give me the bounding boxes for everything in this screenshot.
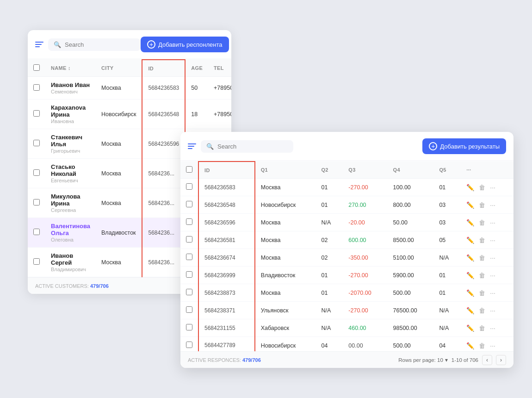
- edit-icon[interactable]: ✏️: [466, 342, 474, 349]
- results-select-all-checkbox[interactable]: [186, 166, 192, 173]
- result-actions-cell: ✏️ 🗑 ···: [461, 179, 513, 196]
- q5-cell: N/A: [433, 302, 461, 319]
- q3-cell: -2070.00: [343, 284, 387, 302]
- more-icon[interactable]: ···: [490, 342, 495, 349]
- id-column-header: ID: [142, 60, 185, 77]
- row-checkbox[interactable]: [33, 140, 40, 146]
- delete-icon[interactable]: 🗑: [479, 254, 485, 261]
- results-panel: 🔍 + Добавить результаты ID Q1 Q2 Q3 Q4 Q…: [180, 132, 513, 368]
- q1-cell: Москва: [255, 249, 316, 267]
- more-icon[interactable]: ···: [490, 289, 495, 297]
- rows-per-page[interactable]: Rows per page: 10 ▾: [398, 357, 448, 363]
- results-filter-icon[interactable]: [188, 143, 196, 149]
- row-checkbox[interactable]: [33, 199, 40, 205]
- row-checkbox[interactable]: [186, 201, 192, 207]
- row-checkbox[interactable]: [186, 342, 192, 348]
- row-checkbox[interactable]: [186, 289, 192, 295]
- row-checkbox[interactable]: [33, 110, 40, 117]
- q1-cell: Владивосток: [255, 267, 316, 284]
- customers-search-input[interactable]: [65, 41, 135, 48]
- q5-cell: 03: [433, 196, 461, 214]
- q3-cell: -350.00: [343, 249, 387, 267]
- q2-cell: 01: [315, 179, 343, 196]
- more-icon[interactable]: ···: [490, 254, 495, 261]
- q1-cell: Москва: [255, 179, 316, 196]
- select-all-checkbox[interactable]: [33, 64, 40, 71]
- city-cell: Москва: [96, 77, 142, 100]
- result-id-cell: 5684236581: [198, 231, 255, 249]
- filter-icon[interactable]: [35, 42, 43, 47]
- row-checkbox-cell: [28, 77, 45, 100]
- edit-icon[interactable]: ✏️: [466, 289, 474, 297]
- edit-icon[interactable]: ✏️: [466, 236, 474, 244]
- next-page-button[interactable]: ›: [496, 355, 506, 365]
- table-row: 5684236999 Владивосток 01 -270.00 5900.0…: [180, 267, 513, 284]
- delete-icon[interactable]: 🗑: [479, 236, 485, 244]
- q1-cell: Хабаровск: [255, 319, 316, 337]
- q2-cell: 01: [315, 267, 343, 284]
- more-icon[interactable]: ···: [490, 184, 495, 191]
- q4-col-header: Q4: [388, 162, 434, 179]
- more-icon[interactable]: ···: [490, 219, 495, 226]
- edit-icon[interactable]: ✏️: [466, 184, 474, 191]
- row-checkbox[interactable]: [186, 306, 192, 313]
- edit-icon[interactable]: ✏️: [466, 272, 474, 279]
- more-icon[interactable]: ···: [490, 272, 495, 279]
- more-icon[interactable]: ···: [490, 201, 495, 209]
- pagination-info: 1-10 of 706: [452, 357, 478, 363]
- city-cell: Москва: [96, 129, 142, 159]
- row-checkbox[interactable]: [186, 183, 192, 190]
- results-search-input[interactable]: [217, 143, 288, 150]
- edit-icon[interactable]: ✏️: [466, 219, 474, 226]
- delete-icon[interactable]: 🗑: [479, 184, 485, 191]
- q1-cell: Ульяновск: [255, 302, 316, 319]
- id-cell: 5684236...: [142, 218, 185, 248]
- edit-icon[interactable]: ✏️: [466, 201, 474, 209]
- delete-icon[interactable]: 🗑: [479, 201, 485, 209]
- more-icon[interactable]: ···: [490, 236, 495, 244]
- q3-cell: -270.00: [343, 302, 387, 319]
- age-column-header: AGE: [185, 60, 208, 77]
- name-cell: Станкевич Илья Григорьевич: [45, 129, 96, 159]
- row-checkbox[interactable]: [186, 324, 192, 330]
- row-checkbox-cell: [180, 196, 198, 214]
- add-result-button[interactable]: + Добавить результаты: [422, 138, 506, 154]
- delete-icon[interactable]: 🗑: [479, 342, 485, 349]
- edit-icon[interactable]: ✏️: [466, 254, 474, 261]
- results-id-col-header: ID: [198, 162, 255, 179]
- row-checkbox[interactable]: [33, 84, 40, 91]
- delete-icon[interactable]: 🗑: [479, 219, 485, 226]
- q5-cell: 01: [433, 267, 461, 284]
- row-checkbox[interactable]: [33, 169, 40, 176]
- q4-cell: 8500.00: [388, 231, 434, 249]
- more-icon[interactable]: ···: [490, 324, 495, 332]
- q2-cell: 01: [315, 196, 343, 214]
- tel-cell: +7895000460: [208, 77, 231, 100]
- delete-icon[interactable]: 🗑: [479, 272, 485, 279]
- row-checkbox[interactable]: [33, 229, 40, 235]
- row-checkbox-cell: [28, 100, 45, 129]
- results-search-box: 🔍: [201, 140, 293, 153]
- more-icon[interactable]: ···: [490, 307, 495, 314]
- prev-page-button[interactable]: ‹: [482, 355, 492, 365]
- q4-cell: 100.00: [388, 179, 434, 196]
- edit-icon[interactable]: ✏️: [466, 307, 474, 314]
- tel-cell: +7895007985: [208, 100, 231, 129]
- result-id-cell: 5684238371: [198, 302, 255, 319]
- row-checkbox-cell: [28, 159, 45, 188]
- delete-icon[interactable]: 🗑: [479, 289, 485, 297]
- add-customer-button[interactable]: + Добавить респонлента: [141, 37, 229, 52]
- delete-icon[interactable]: 🗑: [479, 307, 485, 314]
- delete-icon[interactable]: 🗑: [479, 324, 485, 332]
- edit-icon[interactable]: ✏️: [466, 324, 474, 332]
- q4-cell: 500.00: [388, 284, 434, 302]
- row-actions: ✏️ 🗑 ···: [466, 236, 508, 244]
- result-id-cell: 5684236674: [198, 249, 255, 267]
- row-checkbox[interactable]: [33, 258, 40, 265]
- row-checkbox[interactable]: [186, 271, 192, 278]
- row-checkbox[interactable]: [186, 254, 192, 260]
- row-checkbox[interactable]: [186, 236, 192, 243]
- row-checkbox[interactable]: [186, 218, 192, 225]
- customer-sub: Владимирович: [51, 267, 90, 272]
- results-table: ID Q1 Q2 Q3 Q4 Q5 ··· 5684236583 Москва …: [180, 161, 513, 354]
